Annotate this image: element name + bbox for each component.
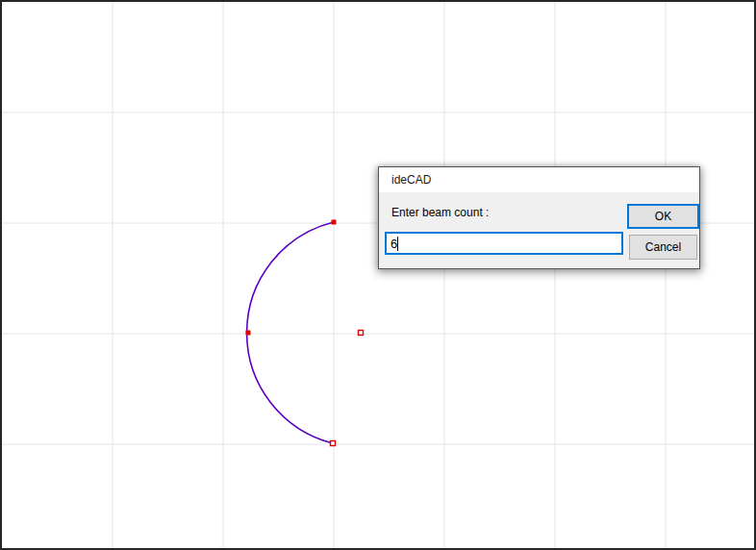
arc-center-point-marker[interactable] xyxy=(359,331,364,336)
beam-count-input-field[interactable] xyxy=(387,234,621,253)
beam-count-input[interactable] xyxy=(385,232,623,255)
ok-button[interactable]: OK xyxy=(627,204,699,229)
arc-start-point-marker[interactable] xyxy=(332,220,337,225)
beam-count-dialog: ideCAD Enter beam count : OK Cancel xyxy=(378,166,700,269)
dialog-titlebar[interactable]: ideCAD xyxy=(379,167,699,192)
beam-arc[interactable] xyxy=(247,222,334,443)
dialog-body: Enter beam count : OK Cancel xyxy=(379,192,699,268)
text-caret xyxy=(397,237,398,251)
cad-window: ideCAD Enter beam count : OK Cancel xyxy=(0,0,756,550)
arc-left-point-marker[interactable] xyxy=(246,331,251,336)
drawing-canvas[interactable] xyxy=(2,2,754,548)
arc-end-point-marker[interactable] xyxy=(331,441,336,446)
beam-count-label: Enter beam count : xyxy=(391,206,489,219)
dialog-title: ideCAD xyxy=(391,173,431,187)
cancel-button[interactable]: Cancel xyxy=(629,235,697,260)
